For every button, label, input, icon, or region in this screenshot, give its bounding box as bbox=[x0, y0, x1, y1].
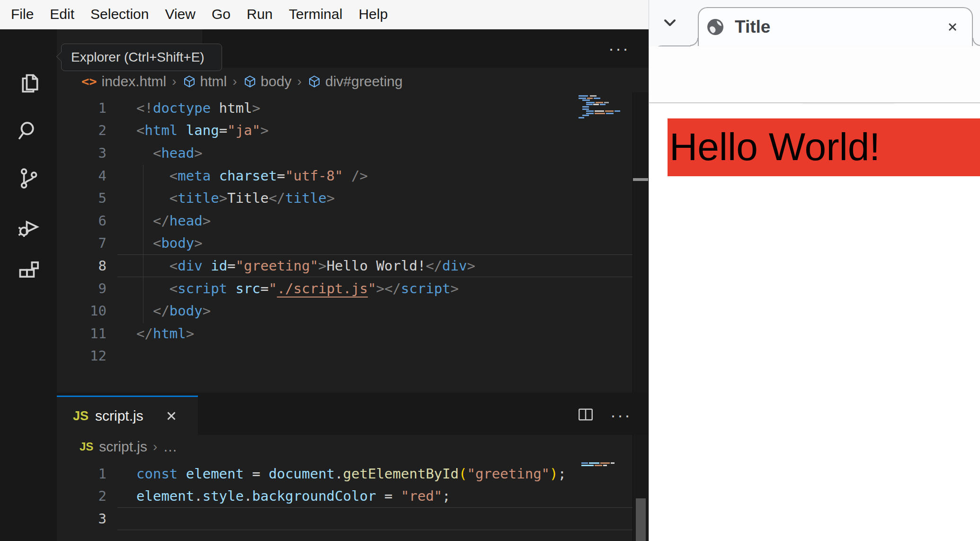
code-line[interactable]: 2element.style.backgroundColor = "red"; bbox=[57, 485, 633, 508]
symbol-cube-icon bbox=[307, 74, 321, 89]
js-editor[interactable]: 1const element = document.getElementById… bbox=[57, 459, 633, 530]
close-tab-icon[interactable] bbox=[164, 409, 178, 423]
overview-ruler-mark bbox=[633, 178, 648, 181]
panel-breadcrumb: JS script.js › … bbox=[57, 435, 578, 459]
browser-window: Title bbox=[649, 0, 980, 541]
menu-bar: FileEditSelectionViewGoRunTerminalHelp bbox=[0, 0, 649, 29]
menu-item-selection[interactable]: Selection bbox=[82, 0, 157, 29]
code-line[interactable]: 1const element = document.getElementById… bbox=[57, 462, 633, 485]
browser-viewport: Hello World! bbox=[649, 104, 980, 541]
explorer-tooltip: Explorer (Ctrl+Shift+E) bbox=[61, 44, 222, 71]
line-number[interactable]: 6 bbox=[57, 213, 107, 229]
code-text: <!doctype html> bbox=[136, 100, 260, 116]
greeting-heading: Hello World! bbox=[668, 118, 980, 176]
menu-item-run[interactable]: Run bbox=[239, 0, 281, 29]
line-number[interactable]: 11 bbox=[57, 325, 107, 342]
panel-breadcrumb-tail[interactable]: … bbox=[163, 439, 177, 455]
code-text: const element = document.getElementById(… bbox=[136, 466, 566, 482]
activity-bar bbox=[0, 29, 57, 541]
browser-tab[interactable]: Title bbox=[698, 7, 973, 46]
browser-tab-strip: Title bbox=[649, 0, 980, 46]
menu-item-view[interactable]: View bbox=[157, 0, 203, 29]
current-line-highlight bbox=[117, 507, 633, 530]
js-file-icon: JS bbox=[73, 409, 89, 424]
code-text: </body> bbox=[136, 303, 211, 319]
line-number[interactable]: 1 bbox=[57, 466, 107, 482]
chevron-right-icon: › bbox=[153, 439, 157, 454]
code-text: <title>Title</title> bbox=[136, 190, 335, 206]
code-text: </html> bbox=[136, 325, 194, 342]
code-text: </head> bbox=[136, 213, 211, 229]
tab-curve-left bbox=[690, 38, 698, 46]
symbol-cube-icon bbox=[182, 74, 196, 89]
chevron-right-icon: › bbox=[297, 74, 302, 89]
search-icon[interactable] bbox=[15, 117, 42, 144]
menu-item-edit[interactable]: Edit bbox=[42, 0, 82, 29]
close-tab-icon[interactable] bbox=[945, 19, 960, 35]
code-line[interactable]: 1<!doctype html> bbox=[57, 97, 633, 119]
js-file-icon: JS bbox=[80, 440, 93, 453]
code-line[interactable]: 11</html> bbox=[57, 322, 633, 345]
run-debug-icon[interactable] bbox=[15, 214, 42, 240]
line-number[interactable]: 8 bbox=[57, 258, 107, 274]
code-text: <head> bbox=[136, 145, 203, 161]
html-file-icon: <> bbox=[81, 74, 97, 89]
vscode-window: FileEditSelectionViewGoRunTerminalHelp ·… bbox=[0, 0, 649, 541]
editor-more-actions[interactable]: ··· bbox=[608, 29, 630, 68]
tab-curve-right bbox=[972, 38, 980, 46]
menu-item-go[interactable]: Go bbox=[204, 0, 239, 29]
breadcrumb-body[interactable]: body bbox=[261, 73, 292, 90]
scrollbar-thumb[interactable] bbox=[636, 498, 646, 541]
code-text: <html lang="ja"> bbox=[136, 122, 268, 138]
breadcrumb-html[interactable]: html bbox=[200, 73, 227, 90]
code-line[interactable]: 3 bbox=[57, 507, 633, 530]
tab-search-chevron-icon[interactable] bbox=[662, 17, 677, 28]
line-number[interactable]: 7 bbox=[57, 235, 107, 251]
screen: FileEditSelectionViewGoRunTerminalHelp ·… bbox=[0, 0, 980, 541]
split-editor-icon[interactable] bbox=[577, 407, 594, 424]
menu-item-file[interactable]: File bbox=[3, 0, 42, 29]
globe-favicon bbox=[706, 18, 724, 36]
chevron-right-icon: › bbox=[232, 74, 237, 89]
line-number[interactable]: 1 bbox=[57, 100, 107, 116]
tab-label: script.js bbox=[95, 408, 143, 424]
extensions-icon[interactable] bbox=[15, 258, 42, 284]
line-number[interactable]: 4 bbox=[57, 168, 107, 184]
explorer-icon[interactable] bbox=[15, 70, 42, 97]
code-text: <meta charset="utf-8" /> bbox=[136, 168, 368, 184]
scrollbar-gutter[interactable] bbox=[633, 92, 649, 541]
line-number[interactable]: 2 bbox=[57, 122, 107, 138]
breadcrumb-div-greeting[interactable]: div#greeting bbox=[325, 73, 402, 90]
panel-breadcrumb-file[interactable]: script.js bbox=[99, 439, 147, 455]
code-text: <body> bbox=[136, 235, 203, 251]
line-number[interactable]: 3 bbox=[57, 145, 107, 161]
menu-item-terminal[interactable]: Terminal bbox=[281, 0, 350, 29]
code-text: element.style.backgroundColor = "red"; bbox=[136, 488, 451, 504]
breadcrumb: <> index.html › html › body › div#greeti… bbox=[57, 68, 633, 95]
breadcrumb-file[interactable]: index.html bbox=[102, 73, 167, 90]
symbol-cube-icon bbox=[243, 74, 257, 89]
browser-toolbar: /home/u bbox=[649, 46, 980, 103]
panel-tab-bar: JS script.js ··· bbox=[57, 396, 649, 435]
line-number[interactable]: 12 bbox=[57, 348, 107, 364]
code-line[interactable]: 3 <head> bbox=[57, 142, 633, 164]
code-line[interactable]: 12 bbox=[57, 345, 633, 368]
current-line-highlight bbox=[117, 254, 633, 277]
chevron-right-icon: › bbox=[172, 74, 176, 89]
code-text: <script src="./script.js"></script> bbox=[136, 280, 459, 297]
tab-script-js[interactable]: JS script.js bbox=[57, 396, 198, 435]
line-number[interactable]: 5 bbox=[57, 190, 107, 206]
source-control-icon[interactable] bbox=[15, 165, 42, 191]
line-number[interactable]: 10 bbox=[57, 303, 107, 319]
browser-tab-title: Title bbox=[735, 17, 770, 37]
code-line[interactable]: 2<html lang="ja"> bbox=[57, 119, 633, 142]
menu-item-help[interactable]: Help bbox=[350, 0, 396, 29]
line-number[interactable]: 9 bbox=[57, 280, 107, 297]
panel-more-actions[interactable]: ··· bbox=[610, 406, 632, 425]
line-number[interactable]: 2 bbox=[57, 488, 107, 504]
line-number[interactable]: 3 bbox=[57, 511, 107, 527]
indent-guide bbox=[143, 165, 143, 323]
